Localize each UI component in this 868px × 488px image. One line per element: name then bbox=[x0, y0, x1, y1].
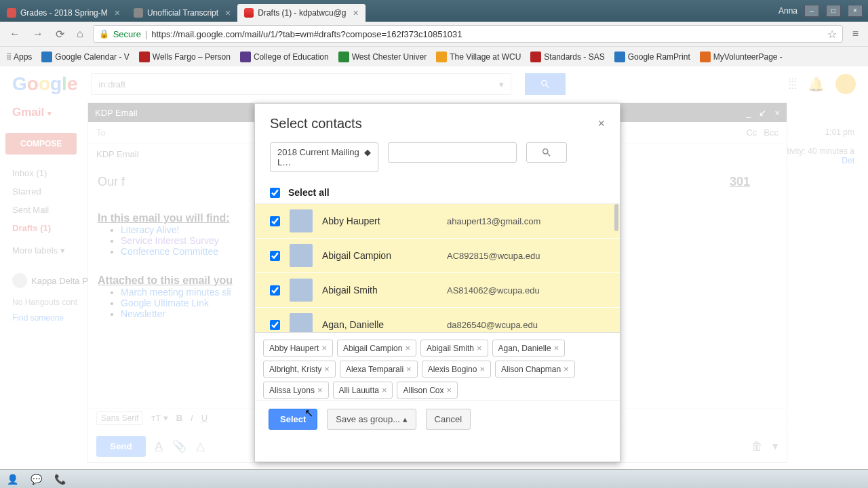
bookmark-item[interactable]: The Village at WCU bbox=[436, 52, 521, 62]
nav-reload-icon[interactable]: ⟳ bbox=[53, 28, 67, 41]
window-username: Anna bbox=[778, 6, 797, 16]
apps-button[interactable]: ⦙⦙⦙ Apps bbox=[7, 52, 32, 62]
window-maximize-button[interactable]: □ bbox=[826, 5, 841, 17]
contact-chip[interactable]: Alexis Bogino× bbox=[422, 361, 491, 378]
gmail-page: Google in:draft▾ ⦙⦙⦙ 🔔 Gmail ▾ COMPOSE I… bbox=[0, 66, 868, 469]
bookmark-item[interactable]: MyVolunteerPage - bbox=[700, 52, 783, 62]
contact-row[interactable]: Abigail CampionAC892815@wcupa.edu bbox=[255, 239, 620, 273]
hangouts-footer: 👤 💬 📞 bbox=[0, 469, 868, 488]
contact-chip[interactable]: Abby Haupert× bbox=[263, 340, 333, 357]
contact-chip[interactable]: Alissa Lyons× bbox=[263, 382, 329, 399]
contact-search-input[interactable] bbox=[388, 142, 517, 163]
bookmark-item[interactable]: Google Calendar - V bbox=[41, 52, 129, 62]
contact-group-select[interactable]: 2018 Current Mailing L…◆ bbox=[270, 142, 378, 172]
select-all-label: Select all bbox=[288, 187, 330, 198]
browser-titlebar: Grades - 2018 Spring-M× Unofficial Trans… bbox=[0, 0, 868, 22]
select-button[interactable]: Select bbox=[269, 409, 317, 430]
contact-checkbox[interactable] bbox=[270, 285, 280, 296]
contact-chip[interactable]: Alexa Temparali× bbox=[340, 361, 418, 378]
contact-search-button[interactable] bbox=[526, 142, 567, 163]
tab-close-icon[interactable]: × bbox=[225, 7, 231, 18]
contact-chip[interactable]: Albright, Kristy× bbox=[263, 361, 336, 378]
bookmark-bar: ⦙⦙⦙ Apps Google Calendar - V Wells Fargo… bbox=[0, 46, 868, 66]
chip-remove-icon[interactable]: × bbox=[324, 364, 330, 374]
chip-remove-icon[interactable]: × bbox=[317, 385, 323, 395]
select-all-checkbox[interactable] bbox=[270, 188, 280, 198]
selected-chips: Abby Haupert×Abigail Campion×Abigail Smi… bbox=[255, 332, 620, 400]
avatar-icon bbox=[290, 313, 313, 332]
url-text: https://mail.google.com/mail/u/1/?tab=wm… bbox=[151, 29, 462, 39]
browser-tab[interactable]: Unofficial Transcript× bbox=[127, 4, 237, 22]
bookmark-item[interactable]: Google RamPrint bbox=[614, 52, 690, 62]
address-bar: ← → ⟳ ⌂ 🔒 Secure | https://mail.google.c… bbox=[0, 22, 868, 46]
bookmark-item[interactable]: College of Education bbox=[240, 52, 329, 62]
chip-remove-icon[interactable]: × bbox=[477, 343, 482, 353]
contact-row[interactable]: Abby Haupertahaupert13@gmail.com bbox=[255, 204, 620, 239]
modal-title: Select contacts bbox=[270, 116, 362, 131]
contact-row[interactable]: Abigail SmithAS814062@wcupa.edu bbox=[255, 273, 620, 308]
lock-icon: 🔒 bbox=[99, 29, 109, 39]
avatar-icon bbox=[290, 209, 313, 232]
window-minimize-button[interactable]: – bbox=[804, 5, 819, 17]
phone-icon[interactable]: 📞 bbox=[54, 474, 66, 485]
cancel-button[interactable]: Cancel bbox=[426, 409, 471, 430]
contact-checkbox[interactable] bbox=[270, 251, 280, 261]
bookmark-star-icon[interactable]: ☆ bbox=[827, 28, 837, 41]
bookmark-item[interactable]: Standards - SAS bbox=[530, 52, 604, 62]
bookmark-item[interactable]: Wells Fargo – Person bbox=[139, 52, 231, 62]
chip-remove-icon[interactable]: × bbox=[405, 343, 410, 353]
nav-home-icon[interactable]: ⌂ bbox=[74, 28, 86, 40]
chip-remove-icon[interactable]: × bbox=[447, 385, 452, 395]
person-icon[interactable]: 👤 bbox=[7, 474, 18, 485]
contact-chip[interactable]: Abigail Smith× bbox=[420, 340, 488, 357]
contact-list[interactable]: Abby Haupertahaupert13@gmail.com Abigail… bbox=[255, 203, 620, 332]
contact-chip[interactable]: Alli Lauutta× bbox=[333, 382, 393, 399]
contact-row[interactable]: Agan, Danielleda826540@wcupa.edu bbox=[255, 308, 620, 332]
secure-label: Secure bbox=[113, 29, 141, 39]
hangouts-icon[interactable]: 💬 bbox=[31, 474, 42, 485]
modal-close-icon[interactable]: × bbox=[597, 117, 605, 131]
window-close-button[interactable]: × bbox=[848, 5, 863, 17]
chip-remove-icon[interactable]: × bbox=[406, 364, 412, 374]
chip-remove-icon[interactable]: × bbox=[321, 343, 327, 353]
contact-chip[interactable]: Alison Chapman× bbox=[495, 361, 575, 378]
url-input[interactable]: 🔒 Secure | https://mail.google.com/mail/… bbox=[93, 25, 843, 43]
chip-remove-icon[interactable]: × bbox=[564, 364, 569, 374]
browser-tab-active[interactable]: Drafts (1) - kdpatwcu@g× bbox=[237, 4, 365, 22]
contact-chip[interactable]: Abigail Campion× bbox=[337, 340, 416, 357]
nav-back-icon[interactable]: ← bbox=[7, 28, 23, 40]
nav-forward-icon[interactable]: → bbox=[30, 28, 46, 40]
tab-close-icon[interactable]: × bbox=[115, 7, 120, 18]
select-contacts-modal: Select contacts × 2018 Current Mailing L… bbox=[254, 103, 620, 462]
avatar-icon bbox=[290, 279, 313, 302]
browser-menu-icon[interactable]: ≡ bbox=[850, 28, 861, 40]
tab-close-icon[interactable]: × bbox=[353, 7, 358, 18]
contact-checkbox[interactable] bbox=[270, 320, 280, 330]
chip-remove-icon[interactable]: × bbox=[479, 364, 485, 374]
contact-chip[interactable]: Agan, Danielle× bbox=[492, 340, 566, 357]
browser-tab[interactable]: Grades - 2018 Spring-M× bbox=[0, 4, 127, 22]
avatar-icon bbox=[290, 244, 313, 267]
bookmark-item[interactable]: West Chester Univer bbox=[338, 52, 427, 62]
chip-remove-icon[interactable]: × bbox=[554, 343, 559, 353]
scrollbar-thumb[interactable] bbox=[614, 204, 618, 231]
chip-remove-icon[interactable]: × bbox=[382, 385, 387, 395]
contact-checkbox[interactable] bbox=[270, 216, 280, 226]
save-as-group-button[interactable]: Save as group... ▴ bbox=[327, 409, 416, 430]
contact-chip[interactable]: Allison Cox× bbox=[397, 382, 458, 399]
